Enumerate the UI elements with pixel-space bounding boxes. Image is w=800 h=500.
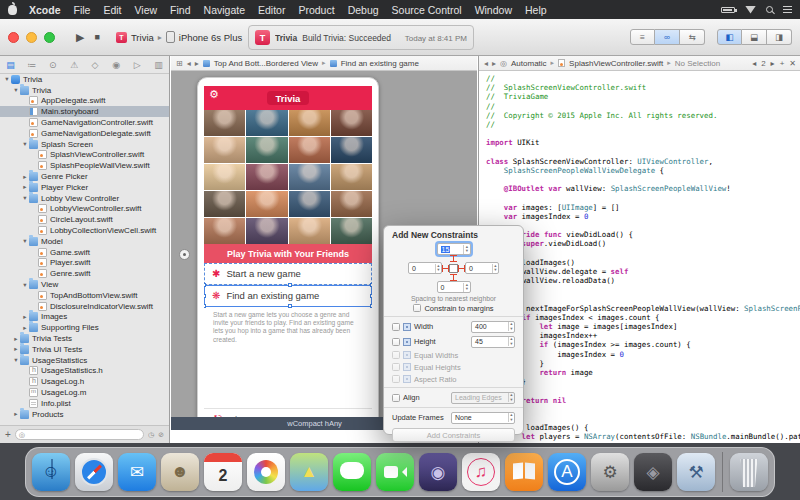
- breakpoint-navigator-tab[interactable]: ▷: [127, 60, 148, 70]
- stepper-icon[interactable]: ▴▾: [492, 264, 498, 273]
- standard-editor-button[interactable]: ≡: [630, 29, 655, 45]
- file-row-game-swift[interactable]: Game.swift: [0, 247, 169, 258]
- stepper-icon[interactable]: ▴▾: [463, 245, 469, 254]
- top-strut-icon[interactable]: [450, 255, 457, 262]
- leading-spacing-field[interactable]: 0 ▴▾: [408, 262, 442, 274]
- add-file-button[interactable]: +: [5, 429, 11, 440]
- settings-gear-icon[interactable]: ⚙: [209, 88, 219, 101]
- xcode-dock-icon[interactable]: ⚒: [677, 453, 715, 491]
- height-checkbox[interactable]: [392, 338, 400, 346]
- find-existing-game-row[interactable]: ❋ Find an existing game: [204, 285, 372, 307]
- disclosure-triangle-icon[interactable]: ▸: [12, 345, 20, 353]
- utilities-toggle-button[interactable]: ◨: [767, 29, 792, 45]
- menu-navigate[interactable]: Navigate: [204, 4, 245, 16]
- app-store-dock-icon[interactable]: A: [548, 453, 586, 491]
- file-row-gamenavigationcontroller-swift[interactable]: GameNavigationController.swift: [0, 117, 169, 128]
- unsaved-files-icon[interactable]: ⊘: [158, 431, 164, 439]
- ib-crumb-parent[interactable]: Top And Bott...Bordered View: [214, 59, 318, 68]
- disclosure-triangle-icon[interactable]: ▾: [21, 140, 29, 148]
- source-code[interactable]: //// SplashScreenViewController.swift// …: [479, 71, 800, 443]
- ibooks-dock-icon[interactable]: [505, 453, 543, 491]
- file-row-circlelayout-swift[interactable]: CircleLayout.swift: [0, 214, 169, 225]
- top-spacing-field[interactable]: 15 ▴▾: [437, 243, 471, 255]
- maps-dock-icon[interactable]: ▲: [290, 453, 328, 491]
- navigator-toggle-button[interactable]: ◧: [717, 29, 742, 45]
- disclosure-triangle-icon[interactable]: ▸: [21, 313, 29, 321]
- assistant-editor-button[interactable]: ∞: [655, 29, 680, 45]
- find-navigator-tab[interactable]: ⊙: [42, 60, 63, 70]
- stepper-icon[interactable]: ▴▾: [463, 283, 469, 292]
- resize-handle[interactable]: [370, 283, 372, 287]
- file-row-model[interactable]: ▾Model: [0, 236, 169, 247]
- file-row-genre-picker[interactable]: ▸Genre Picker: [0, 171, 169, 182]
- leading-strut-icon[interactable]: [442, 265, 449, 272]
- recent-files-icon[interactable]: ◷: [148, 431, 154, 439]
- menu-product[interactable]: Product: [298, 4, 334, 16]
- stepper-icon[interactable]: ▴▾: [508, 337, 514, 346]
- file-row-lobbycollectionviewcell-swift[interactable]: LobbyCollectionViewCell.swift: [0, 225, 169, 236]
- file-row-usagelog-m[interactable]: UsageLog.m: [0, 387, 169, 398]
- assistant-mode[interactable]: Automatic: [511, 59, 547, 68]
- file-row-splashpeoplewallview-swift[interactable]: SplashPeopleWallView.swift: [0, 160, 169, 171]
- file-row-view[interactable]: ▾View: [0, 279, 169, 290]
- add-assistant-icon[interactable]: +: [780, 59, 785, 68]
- file-row-disclosureindicatorview-swift[interactable]: DisclosureIndicatorView.swift: [0, 301, 169, 312]
- stepper-icon[interactable]: ▴▾: [435, 264, 441, 273]
- next-counterpart-icon[interactable]: ▸: [771, 59, 775, 68]
- file-row-supporting-files[interactable]: ▸Supporting Files: [0, 322, 169, 333]
- messages-dock-icon[interactable]: [333, 453, 371, 491]
- file-row-main-storyboard[interactable]: Main.storyboard: [0, 106, 169, 117]
- forward-icon[interactable]: ▸: [492, 59, 496, 68]
- align-checkbox[interactable]: [392, 394, 400, 402]
- file-row-info-plist[interactable]: Info.plist: [0, 398, 169, 409]
- previous-counterpart-icon[interactable]: ◂: [752, 59, 756, 68]
- mail-dock-icon[interactable]: ✉: [118, 453, 156, 491]
- iphone-scene[interactable]: ⚙ Trivia Play Trivia with Your Friends ✱…: [197, 77, 379, 429]
- disclosure-triangle-icon[interactable]: ▾: [12, 356, 20, 364]
- disclosure-triangle-icon[interactable]: ▸: [21, 183, 29, 191]
- menu-edit[interactable]: Edit: [103, 4, 121, 16]
- zoom-window-button[interactable]: [44, 32, 55, 43]
- update-frames-dropdown[interactable]: None ▴▾: [451, 412, 515, 424]
- stepper-icon[interactable]: ▴▾: [508, 322, 514, 331]
- resize-handle[interactable]: [204, 304, 206, 308]
- trailing-spacing-field[interactable]: 0 ▴▾: [465, 262, 499, 274]
- calendar-dock-icon[interactable]: 2: [204, 453, 242, 491]
- file-row-usagestatistics-h[interactable]: UsageStatistics.h: [0, 366, 169, 377]
- ib-crumb-selection[interactable]: Find an existing game: [341, 59, 419, 68]
- wifi-icon[interactable]: [745, 6, 756, 14]
- project-navigator-tab[interactable]: ▤: [0, 60, 21, 70]
- scene-nav-bar[interactable]: ⚙ Trivia: [204, 86, 372, 110]
- back-icon[interactable]: ◂: [187, 59, 191, 68]
- width-field[interactable]: 400 ▴▾: [471, 321, 515, 333]
- height-field[interactable]: 45 ▴▾: [471, 336, 515, 348]
- equal-heights-checkbox[interactable]: [392, 363, 400, 371]
- menu-window[interactable]: Window: [475, 4, 512, 16]
- trash-dock-icon[interactable]: [730, 453, 768, 491]
- file-row-trivia-tests[interactable]: ▸Trivia Tests: [0, 333, 169, 344]
- resize-handle[interactable]: [370, 304, 372, 308]
- disclosure-triangle-icon[interactable]: ▸: [12, 335, 20, 343]
- version-editor-button[interactable]: ⇆: [680, 29, 705, 45]
- file-row-products[interactable]: ▸Products: [0, 409, 169, 420]
- menu-help[interactable]: Help: [525, 4, 547, 16]
- disclosure-triangle-icon[interactable]: ▾: [12, 86, 20, 94]
- resize-handle[interactable]: [370, 294, 372, 298]
- align-dropdown[interactable]: Leading Edges ▴▾: [451, 392, 515, 404]
- debug-navigator-tab[interactable]: ◉: [106, 60, 127, 70]
- finder-dock-icon[interactable]: ☺: [32, 453, 70, 491]
- file-row-lobby-view-controller[interactable]: ▾Lobby View Controller: [0, 193, 169, 204]
- resize-handle[interactable]: [288, 283, 292, 287]
- system-preferences-dock-icon[interactable]: ⚙: [591, 453, 629, 491]
- menu-file[interactable]: File: [74, 4, 91, 16]
- menu-xcode[interactable]: Xcode: [29, 4, 61, 16]
- file-row-splash-screen[interactable]: ▾Splash Screen: [0, 139, 169, 150]
- file-row-usagelog-h[interactable]: UsageLog.h: [0, 376, 169, 387]
- resize-handle[interactable]: [204, 294, 206, 298]
- close-window-button[interactable]: [8, 32, 19, 43]
- menu-find[interactable]: Find: [170, 4, 190, 16]
- resize-handle[interactable]: [204, 283, 206, 287]
- file-row-trivia-ui-tests[interactable]: ▸Trivia UI Tests: [0, 344, 169, 355]
- menu-debug[interactable]: Debug: [348, 4, 379, 16]
- disclosure-triangle-icon[interactable]: ▾: [21, 281, 29, 289]
